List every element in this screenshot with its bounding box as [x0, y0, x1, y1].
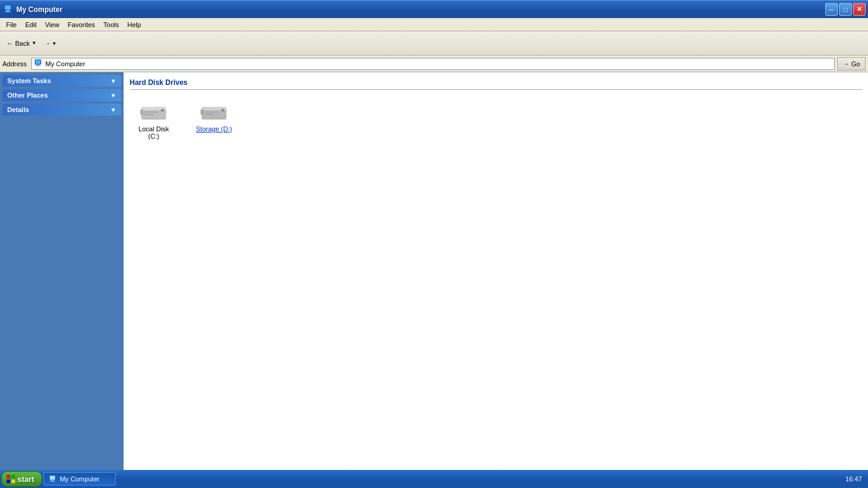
- maximize-button[interactable]: □: [839, 3, 852, 16]
- details-chevron: ▼: [110, 107, 116, 113]
- back-label: Back: [15, 40, 30, 47]
- svg-rect-11: [144, 111, 159, 113]
- svg-rect-7: [35, 66, 41, 66]
- close-button[interactable]: ✕: [853, 3, 866, 16]
- svg-rect-18: [204, 114, 214, 115]
- drive-d[interactable]: Storage (D:): [190, 97, 238, 144]
- address-bar: Address My Computer → Go: [0, 55, 868, 72]
- address-input[interactable]: My Computer: [31, 58, 835, 70]
- menu-bar: File Edit View Favorites Tools Help: [0, 18, 868, 31]
- go-label: Go: [851, 60, 860, 67]
- title-bar-title: My Computer: [16, 5, 63, 14]
- taskbar-item-icon: [49, 475, 57, 483]
- hard-disk-drives-title: Hard Disk Drives: [130, 78, 862, 90]
- svg-rect-13: [140, 110, 143, 114]
- svg-rect-3: [5, 11, 11, 12]
- svg-rect-23: [49, 481, 55, 482]
- start-label: start: [17, 475, 34, 484]
- other-places-section: Other Places ▼: [2, 89, 121, 101]
- taskbar-mycomputer-item[interactable]: My Computer: [43, 472, 116, 486]
- clock: 16:47: [839, 475, 868, 483]
- title-bar: My Computer ─ □ ✕: [0, 0, 868, 18]
- menu-view[interactable]: View: [42, 20, 63, 30]
- toolbar: ← Back ▼ → ▼: [0, 31, 868, 55]
- other-places-header[interactable]: Other Places ▼: [2, 89, 121, 101]
- title-bar-left: My Computer: [4, 4, 63, 15]
- windows-flag-icon: [7, 475, 15, 483]
- system-tasks-section: System Tasks ▼: [2, 75, 121, 87]
- system-tasks-chevron: ▼: [110, 78, 116, 84]
- menu-tools[interactable]: Tools: [100, 20, 123, 30]
- right-panel: Hard Disk Drives Local Disk (: [124, 72, 868, 470]
- drives-container: Local Disk (C:) Storage (D:: [130, 97, 862, 144]
- go-arrow-icon: →: [843, 60, 849, 67]
- drive-c-label: Local Disk (C:): [134, 125, 174, 140]
- back-button[interactable]: ← Back ▼: [2, 37, 40, 50]
- svg-rect-22: [51, 480, 54, 481]
- drive-c[interactable]: Local Disk (C:): [130, 97, 178, 144]
- svg-rect-21: [50, 476, 55, 480]
- other-places-label: Other Places: [7, 92, 48, 99]
- address-value: My Computer: [45, 60, 85, 67]
- svg-rect-10: [161, 109, 164, 111]
- drive-d-label: Storage (D:): [196, 125, 232, 133]
- svg-rect-12: [144, 114, 154, 115]
- other-places-chevron: ▼: [110, 92, 116, 99]
- details-section: Details ▼: [2, 104, 121, 116]
- svg-rect-19: [201, 110, 203, 114]
- svg-rect-17: [204, 111, 219, 113]
- svg-rect-6: [36, 64, 40, 66]
- svg-rect-5: [36, 60, 40, 64]
- menu-favorites[interactable]: Favorites: [64, 20, 98, 30]
- back-arrow-icon: ←: [7, 40, 13, 47]
- taskbar-item-label: My Computer: [60, 475, 99, 483]
- forward-arrow-icon: →: [45, 40, 50, 46]
- system-tasks-header[interactable]: System Tasks ▼: [2, 75, 121, 87]
- back-dropdown-icon: ▼: [31, 40, 36, 46]
- forward-button[interactable]: → ▼: [43, 37, 58, 49]
- svg-rect-1: [5, 5, 11, 10]
- computer-icon: [4, 4, 13, 15]
- drive-c-icon: [139, 101, 168, 123]
- main-content: System Tasks ▼ Other Places ▼ Details ▼ …: [0, 72, 868, 470]
- title-bar-buttons: ─ □ ✕: [825, 3, 866, 16]
- start-button[interactable]: start: [1, 471, 42, 487]
- address-computer-icon: [34, 59, 43, 69]
- details-header[interactable]: Details ▼: [2, 104, 121, 116]
- system-tasks-label: System Tasks: [7, 77, 51, 84]
- taskbar: start My Computer 16:47: [0, 470, 868, 488]
- drive-d-icon: [200, 101, 228, 123]
- menu-edit[interactable]: Edit: [22, 20, 40, 30]
- svg-rect-16: [221, 109, 224, 111]
- menu-help[interactable]: Help: [124, 20, 145, 30]
- menu-file[interactable]: File: [2, 20, 20, 30]
- forward-dropdown-icon: ▼: [52, 41, 57, 46]
- go-button[interactable]: → Go: [837, 57, 866, 70]
- details-label: Details: [7, 106, 29, 113]
- minimize-button[interactable]: ─: [825, 3, 838, 16]
- svg-rect-2: [6, 10, 10, 11]
- address-label: Address: [2, 60, 29, 67]
- left-panel: System Tasks ▼ Other Places ▼ Details ▼: [0, 72, 124, 470]
